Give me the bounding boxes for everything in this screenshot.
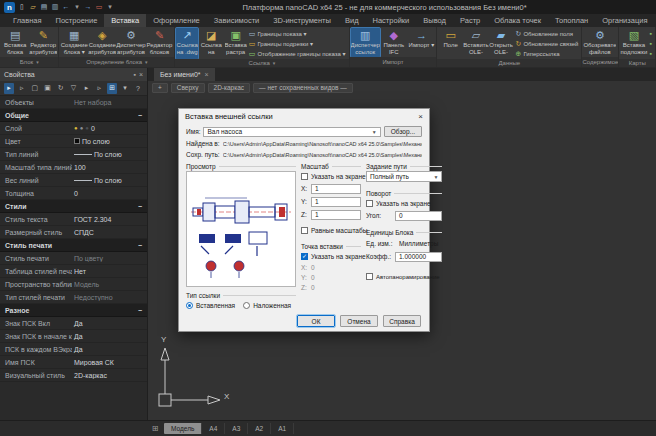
close-panel-icon[interactable]: × [139,71,143,78]
collapse-icon[interactable]: − [138,242,142,249]
ribbon-tab-0[interactable]: Главная [6,14,49,27]
property-value[interactable]: 0 [72,190,147,197]
drawing-canvas[interactable]: Без имени0* × +Сверху2D-каркас— нет сохр… [148,68,656,420]
raster-image-button[interactable]: ▣Вставка растра [225,28,247,59]
view-orientation-button[interactable]: Сверху [171,83,205,93]
window-select-icon[interactable]: ▢ [30,83,40,94]
property-section-11[interactable]: Стиль печати− [0,239,147,252]
insertion-onscreen-checkbox[interactable]: ✓ Указать на экране [301,251,361,262]
property-value[interactable]: Нет набора [72,99,147,106]
file-explorer-button[interactable]: ⚙Обозреватель файлов [583,28,616,57]
attribute-manager-button[interactable]: ⚙Диспетчер атрибутов [116,28,145,57]
filter-icon[interactable]: ▽ [69,83,79,94]
property-value[interactable]: Да [72,346,147,353]
collapse-icon[interactable]: − [138,307,142,314]
underlay-reference-button[interactable]: ◪Ссылка на подложку [198,28,225,59]
calculator-icon[interactable]: ⊞ [107,83,117,94]
property-value[interactable]: 2D-каркас [72,372,147,379]
property-value[interactable]: ●●●0 [72,125,147,132]
import-button[interactable]: →Импорт ▾ [408,28,436,57]
ribbon-tab-4[interactable]: Зависимости [207,14,267,27]
property-value[interactable]: Да [72,333,147,340]
property-value[interactable]: 100 [72,164,147,171]
property-section-16[interactable]: Разное− [0,304,147,317]
add-view-button[interactable]: + [152,83,168,93]
undo-icon[interactable]: ← [61,2,71,12]
scale-onscreen-checkbox[interactable]: Указать на экране [301,171,361,182]
cancel-button[interactable]: Отмена [340,315,378,327]
map-tool-1-button[interactable]: ▪ [650,29,652,38]
save-icon[interactable]: ▤ [39,2,49,12]
create-block-button[interactable]: ▦Создание блока ▾ [60,28,88,57]
hyperlink-button[interactable]: ⊕Гиперссылка [516,49,579,58]
factor-input[interactable]: 1.000000 [395,252,442,262]
close-document-icon[interactable]: × [205,71,209,78]
ribbon-tab-9[interactable]: Растр [453,14,487,27]
pointer-select-icon[interactable]: ▹ [17,83,27,94]
insert-block-button[interactable]: ▤Вставка блока [1,28,29,57]
select-similar-icon[interactable]: ▸ [81,83,91,94]
equal-scales-checkbox[interactable]: Равные масштабы [301,225,361,236]
save-all-icon[interactable]: ▥ [50,2,60,12]
new-file-icon[interactable]: ▯ [17,2,27,12]
block-editor-button[interactable]: ✎Редактор блоков [146,28,174,57]
property-section-1[interactable]: Общие− [0,109,147,122]
property-value[interactable]: Недоступно [72,294,147,301]
group-dialog-arrow-icon[interactable]: ▾ [145,59,148,65]
quick-select-icon[interactable]: ▸ [4,83,14,94]
layout-tab-0[interactable]: Модель [164,423,202,434]
layout-tab-2[interactable]: A3 [225,423,248,434]
map-tool-2-button[interactable]: ▪ [650,39,652,48]
ref-type-inserted-radio[interactable]: Вставленная [186,300,235,311]
dialog-close-icon[interactable]: × [418,112,423,121]
property-value[interactable]: По цвету [72,255,147,262]
help-button[interactable]: Справка [383,315,421,327]
collapse-icon[interactable]: − [138,203,142,210]
ribbon-tab-2[interactable]: Вставка [104,14,146,27]
pin-icon[interactable]: ▪ [133,71,135,78]
property-value[interactable]: СПДС [72,229,147,236]
show-boundary-button[interactable]: ▭Границы показа ▾ [249,29,346,38]
property-value[interactable]: Да [72,320,147,327]
layer-visibility-icon[interactable]: ● [74,125,78,131]
scale-z-input[interactable]: 1 [311,210,361,220]
xref-name-select[interactable]: Вал насоса ▼ [203,127,380,137]
ribbon-tab-10[interactable]: Облака точек [487,14,548,27]
ribbon-tab-12[interactable]: Организация [595,14,654,27]
layer-lock-icon[interactable]: ● [85,125,89,131]
insert-ole-button[interactable]: ▱Вставить OLE-объект [463,28,488,59]
ribbon-tab-11[interactable]: Топоплан [548,14,595,27]
group-dialog-arrow-icon[interactable]: ▾ [36,59,39,65]
property-section-8[interactable]: Стили− [0,200,147,213]
redo-icon[interactable]: → [83,2,93,12]
open-ole-button[interactable]: ▰Открыть OLE-объект [489,28,514,59]
layout-grid-icon[interactable]: ⊞ [148,424,162,433]
print-icon[interactable]: ▭ [94,2,104,12]
document-tab[interactable]: Без имени0* × [154,68,215,81]
crossing-select-icon[interactable]: ▣ [43,83,53,94]
update-links-button[interactable]: ↻Обновление связей [516,39,579,48]
ifc-panel-button[interactable]: ◆Панель IFC [380,28,408,57]
deselect-icon[interactable]: ▹ [94,83,104,94]
property-value[interactable]: По слою [72,138,147,145]
help-icon[interactable]: ? [133,83,143,94]
attribute-editor-button[interactable]: ✎Редактор атрибутов [29,28,57,57]
ribbon-tab-1[interactable]: Построение [49,14,105,27]
rotation-onscreen-checkbox[interactable]: Указать на экране [366,198,442,209]
nanocad-logo-icon[interactable]: n [4,2,15,13]
qa-menu-icon[interactable]: ▾ [105,2,115,12]
ribbon-tab-8[interactable]: Вывод [416,14,453,27]
ref-type-overlaid-radio[interactable]: Наложенная [243,300,291,311]
map-underlay-button[interactable]: ▧Вставка подложки [620,28,647,59]
xref-dwg-button[interactable]: ↗Ссылка на .dwg [176,28,198,59]
group-dialog-arrow-icon[interactable]: ▾ [273,60,276,66]
property-value[interactable]: По слою [72,151,147,158]
property-value[interactable]: Модель [72,281,147,288]
layer-freeze-icon[interactable]: ● [80,125,84,131]
layout-tab-4[interactable]: A1 [271,423,294,434]
path-type-select[interactable]: Полный путь ▼ [366,171,442,182]
map-tool-3-button[interactable]: ▪ [650,49,652,58]
scale-x-input[interactable]: 1 [311,184,361,194]
layout-tab-1[interactable]: A4 [202,423,225,434]
property-value[interactable]: Мировая СК [72,359,147,366]
